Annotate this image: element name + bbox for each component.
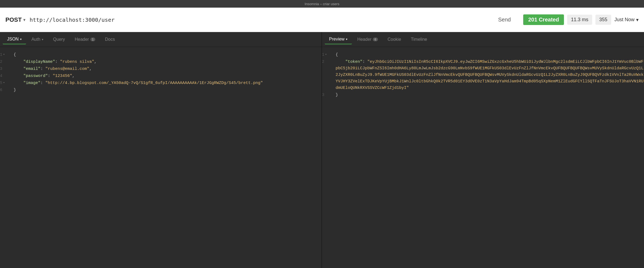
- line-num-2: 2: [0, 59, 14, 65]
- code-line-6: 6 }: [0, 87, 321, 94]
- tab-preview-chevron-icon: ▾: [346, 38, 348, 41]
- tab-json-chevron-icon: ▾: [20, 38, 22, 41]
- response-content-1: {: [336, 52, 338, 58]
- response-line-3: 3 }: [322, 92, 644, 99]
- time-badge: 11.3 ms: [567, 15, 592, 25]
- status-badge: 201 Created: [523, 14, 564, 25]
- line-num-5: 5 ▾: [0, 80, 14, 86]
- code-line-4: 4 "password": "123456",: [0, 73, 321, 80]
- tab-preview-label: Preview: [329, 37, 345, 42]
- response-content-3: }: [336, 92, 338, 98]
- tab-query-label: Query: [53, 37, 65, 42]
- code-line-1: 1 ▾ {: [0, 51, 321, 58]
- timestamp[interactable]: Just Now ▾: [614, 17, 639, 23]
- tab-header[interactable]: Header 1: [70, 35, 100, 44]
- code-content-5: "image": "http://4.bp.blogspot.com/_YA50…: [14, 80, 263, 86]
- code-content-2: "displayName": "rubens silva",: [14, 59, 97, 65]
- tab-preview[interactable]: Preview ▾: [325, 35, 352, 44]
- response-line-2: 2 "token": "eyJhbGciOiJIUzI1NiIsInR5cCI6…: [322, 58, 644, 92]
- code-line-3: 3 "email": "rubens@email.com",: [0, 66, 321, 73]
- code-line-2: 2 "displayName": "rubens silva",: [0, 58, 321, 66]
- code-content-1: {: [14, 52, 16, 58]
- tab-auth-chevron-icon: ▾: [42, 38, 43, 41]
- tab-response-header[interactable]: Header 6: [353, 35, 382, 44]
- line-num-4: 4: [0, 73, 14, 79]
- response-code-area[interactable]: 1 ▾ { 2 "token": "eyJhbGciOiJIUzI1NiIsIn…: [322, 47, 644, 268]
- line-num-6: 6: [0, 87, 14, 94]
- right-tab-bar: Preview ▾ Header 6 Cookie Timeline: [322, 32, 644, 47]
- line-num-3: 3: [0, 66, 14, 72]
- code-content-3: "email": "rubens@email.com",: [14, 66, 92, 72]
- method-label: POST: [5, 16, 22, 23]
- response-content-2: "token": "eyJhbGciOiJIUzI1NiIsInR5cCI6Ik…: [336, 59, 644, 91]
- tab-auth[interactable]: Auth ▾: [27, 35, 48, 44]
- tab-timeline-label: Timeline: [411, 37, 427, 42]
- tab-json-label: JSON: [7, 37, 19, 42]
- method-selector[interactable]: POST ▾: [5, 16, 25, 23]
- tab-json[interactable]: JSON ▾: [3, 35, 26, 44]
- line-num-1: 1 ▾: [0, 52, 14, 58]
- url-input[interactable]: [30, 17, 491, 23]
- tab-cookie-label: Cookie: [388, 37, 401, 42]
- code-content-4: "password": "123456",: [14, 73, 75, 79]
- timestamp-chevron-icon: ▾: [636, 17, 639, 23]
- tab-cookie[interactable]: Cookie: [383, 35, 406, 44]
- response-line-num-1: 1 ▾: [322, 52, 336, 58]
- size-badge: 355: [595, 15, 611, 25]
- tab-header-badge: 1: [90, 38, 95, 41]
- tab-timeline[interactable]: Timeline: [406, 35, 431, 44]
- send-button[interactable]: Send: [495, 17, 514, 23]
- code-content-6: }: [14, 87, 16, 94]
- timestamp-label: Just Now: [614, 17, 634, 23]
- tab-response-header-label: Header: [357, 37, 371, 42]
- tab-auth-label: Auth: [31, 37, 40, 42]
- left-panel: JSON ▾ Auth ▾ Query Header 1 Docs 1 ▾ {: [0, 32, 322, 268]
- tab-query[interactable]: Query: [49, 35, 70, 44]
- response-status-area: 201 Created 11.3 ms 355 Just Now ▾: [523, 14, 639, 25]
- method-chevron-icon: ▾: [23, 18, 25, 22]
- code-line-5: 5 ▾ "image": "http://4.bp.blogspot.com/_…: [0, 80, 321, 87]
- url-bar: POST ▾ Send 201 Created 11.3 ms 355 Just…: [0, 8, 644, 32]
- title-text: Insomnia – criar users: [305, 2, 339, 6]
- request-code-area[interactable]: 1 ▾ { 2 "displayName": "rubens silva", 3…: [0, 47, 321, 268]
- tab-response-header-badge: 6: [373, 38, 378, 41]
- response-line-1: 1 ▾ {: [322, 51, 644, 58]
- tab-header-label: Header: [75, 37, 89, 42]
- response-line-num-3: 3: [322, 92, 336, 98]
- tab-docs-label: Docs: [105, 37, 115, 42]
- right-panel: Preview ▾ Header 6 Cookie Timeline 1 ▾ {: [322, 32, 644, 268]
- response-line-num-2: 2: [322, 59, 336, 65]
- main-content: JSON ▾ Auth ▾ Query Header 1 Docs 1 ▾ {: [0, 32, 644, 268]
- tab-docs[interactable]: Docs: [101, 35, 119, 44]
- title-bar: Insomnia – criar users: [0, 0, 644, 8]
- left-tab-bar: JSON ▾ Auth ▾ Query Header 1 Docs: [0, 32, 321, 47]
